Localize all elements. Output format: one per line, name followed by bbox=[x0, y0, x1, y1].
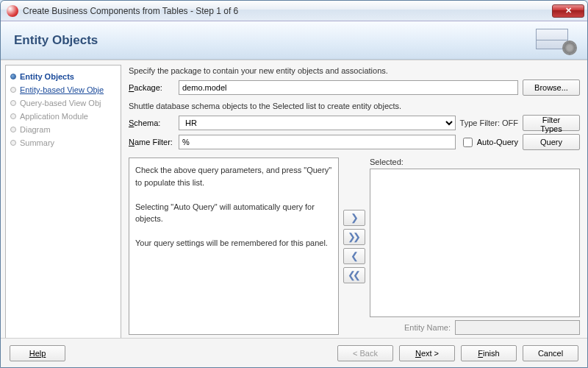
browse-label: Browse... bbox=[534, 83, 568, 92]
selected-list[interactable] bbox=[370, 169, 580, 317]
close-icon: ✕ bbox=[565, 6, 572, 15]
app-icon bbox=[7, 5, 18, 17]
main-panel: Specify the package to contain your new … bbox=[121, 60, 587, 338]
entity-name-row: Entity Name: bbox=[370, 320, 580, 335]
package-description: Specify the package to contain your new … bbox=[129, 66, 580, 75]
chevron-left-icon: ❮ bbox=[351, 250, 356, 261]
cancel-button[interactable]: Cancel bbox=[523, 345, 578, 361]
finish-button[interactable]: Finish bbox=[461, 345, 517, 361]
selected-column: Selected: Entity Name: bbox=[370, 158, 580, 335]
step-summary[interactable]: Summary bbox=[9, 136, 118, 149]
hint-text-2: Selecting "Auto Query" will automaticall… bbox=[135, 201, 332, 225]
close-button[interactable]: ✕ bbox=[552, 4, 584, 18]
selected-label: Selected: bbox=[370, 158, 580, 166]
step-bullet-icon bbox=[10, 87, 16, 93]
step-sidebar: Entity Objects Entity-based View Obje Qu… bbox=[5, 65, 121, 338]
name-filter-label: Name Filter: bbox=[129, 138, 174, 146]
wizard-footer: Help < Back Next > Finish Cancel bbox=[1, 338, 587, 367]
package-input[interactable] bbox=[179, 80, 518, 95]
hint-text-3: Your query settings will be remembered f… bbox=[135, 237, 332, 250]
schema-select[interactable]: HR bbox=[179, 116, 456, 130]
step-bullet-icon bbox=[10, 127, 16, 132]
available-column: Check the above query parameters, and pr… bbox=[129, 158, 339, 335]
window-title: Create Business Components from Tables -… bbox=[23, 6, 552, 16]
add-all-button[interactable]: ❯❯ bbox=[343, 229, 365, 245]
back-button[interactable]: < Back bbox=[337, 345, 393, 361]
body-area: Entity Objects Entity-based View Obje Qu… bbox=[1, 60, 587, 338]
page-title: Entity Objects bbox=[14, 33, 98, 48]
header-graphic bbox=[533, 26, 577, 55]
hint-text-1: Check the above query parameters, and pr… bbox=[135, 164, 332, 188]
auto-query-checkbox[interactable] bbox=[463, 138, 473, 147]
entity-name-input bbox=[455, 320, 580, 335]
add-button[interactable]: ❯ bbox=[343, 210, 365, 226]
remove-all-button[interactable]: ❮❮ bbox=[343, 267, 365, 283]
titlebar[interactable]: Create Business Components from Tables -… bbox=[1, 1, 587, 21]
entity-name-label: Entity Name: bbox=[404, 323, 451, 332]
step-application-module[interactable]: Application Module bbox=[9, 110, 118, 123]
available-list[interactable]: Check the above query parameters, and pr… bbox=[129, 158, 339, 335]
step-label: Entity Objects bbox=[20, 72, 74, 81]
name-filter-row: Name Filter: Auto-Query Query bbox=[129, 134, 580, 150]
step-bullet-icon bbox=[10, 100, 16, 106]
step-entity-objects[interactable]: Entity Objects bbox=[9, 70, 118, 83]
step-label: Diagram bbox=[20, 125, 51, 134]
step-bullet-icon bbox=[10, 74, 16, 79]
double-chevron-right-icon: ❯❯ bbox=[348, 231, 358, 242]
step-bullet-icon bbox=[10, 113, 16, 119]
shuttle-buttons: ❯ ❯❯ ❮ ❮❮ bbox=[343, 158, 365, 335]
name-filter-input[interactable] bbox=[179, 135, 456, 149]
filter-types-button[interactable]: Filter Types bbox=[523, 115, 580, 131]
step-label: Application Module bbox=[20, 112, 88, 121]
browse-button[interactable]: Browse... bbox=[523, 79, 580, 96]
schema-row: Schema: HR Type Filter: OFF Filter Types bbox=[129, 115, 580, 131]
schema-label: Schema: bbox=[129, 118, 174, 127]
chevron-right-icon: ❯ bbox=[351, 212, 356, 223]
help-button[interactable]: Help bbox=[10, 345, 65, 361]
package-row: Package: Browse... bbox=[129, 79, 580, 96]
step-query-based-view[interactable]: Query-based View Obj bbox=[9, 96, 118, 110]
shuttle-container: Check the above query parameters, and pr… bbox=[129, 158, 580, 335]
header-band: Entity Objects bbox=[1, 21, 587, 60]
gear-icon bbox=[564, 42, 576, 54]
package-label: Package: bbox=[129, 83, 174, 92]
auto-query-label: Auto-Query bbox=[477, 138, 518, 146]
step-diagram[interactable]: Diagram bbox=[9, 123, 118, 136]
next-button[interactable]: Next > bbox=[399, 345, 455, 361]
query-button[interactable]: Query bbox=[523, 134, 580, 150]
step-label: Query-based View Obj bbox=[20, 99, 101, 107]
auto-query-control[interactable]: Auto-Query bbox=[460, 135, 518, 149]
shuttle-description: Shuttle database schema objects to the S… bbox=[129, 102, 580, 110]
step-entity-based-view[interactable]: Entity-based View Obje bbox=[9, 83, 118, 96]
step-label: Entity-based View Obje bbox=[20, 85, 104, 94]
remove-button[interactable]: ❮ bbox=[343, 248, 365, 264]
help-label: Help bbox=[29, 349, 46, 358]
step-label: Summary bbox=[20, 138, 54, 147]
step-bullet-icon bbox=[10, 140, 16, 146]
type-filter-status: Type Filter: OFF bbox=[460, 118, 518, 127]
wizard-window: Create Business Components from Tables -… bbox=[0, 0, 588, 368]
double-chevron-left-icon: ❮❮ bbox=[348, 269, 358, 280]
